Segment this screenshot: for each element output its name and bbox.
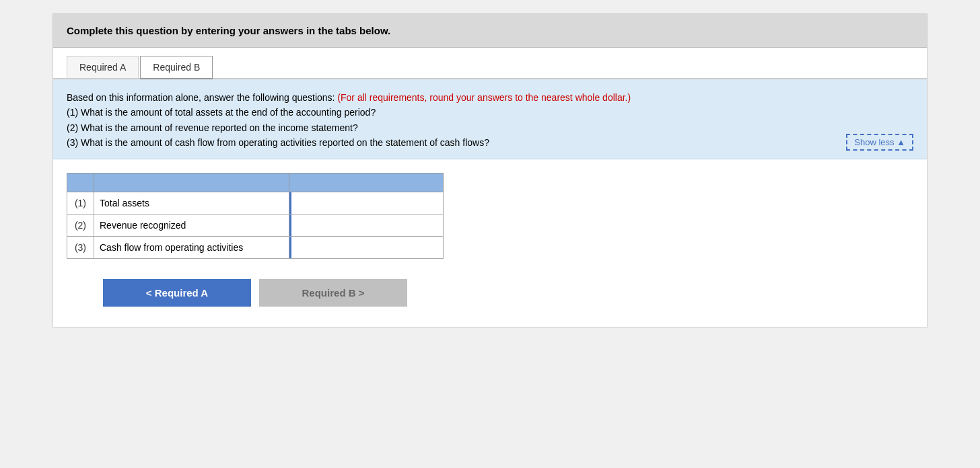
col-header-number: [67, 173, 94, 192]
row-input-cell-3: [289, 236, 444, 258]
row-input-cell-2: [289, 214, 444, 236]
row-number-3: (3): [67, 236, 94, 258]
tab-required-a[interactable]: Required A: [67, 56, 139, 78]
prev-required-a-button[interactable]: < Required A: [103, 279, 251, 307]
row-number-1: (1): [67, 192, 94, 214]
col-header-value: [289, 173, 444, 192]
header-instruction: Complete this question by entering your …: [67, 25, 390, 36]
show-less-button[interactable]: Show less ▲: [846, 134, 913, 151]
row-number-2: (2): [67, 214, 94, 236]
table-section: (1) Total assets (2) Revenue recognized …: [53, 159, 927, 272]
buttons-row: < Required A Required B >: [67, 272, 444, 327]
next-required-b-button[interactable]: Required B >: [259, 279, 407, 307]
row-label-1: Total assets: [94, 192, 289, 214]
row-label-2: Revenue recognized: [94, 214, 289, 236]
revenue-input[interactable]: [289, 214, 444, 236]
row-input-cell-1: [289, 192, 444, 214]
cash-flow-input[interactable]: [289, 237, 444, 258]
main-container: Complete this question by entering your …: [53, 13, 928, 327]
question-3: (3) What is the amount of cash flow from…: [67, 135, 913, 150]
question-note: (For all requirements, round your answer…: [337, 92, 631, 103]
table-row: (1) Total assets: [67, 192, 444, 214]
table-row: (3) Cash flow from operating activities: [67, 236, 444, 258]
question-1: (1) What is the amount of total assets a…: [67, 105, 913, 120]
tab-required-b[interactable]: Required B: [140, 56, 213, 79]
question-2: (2) What is the amount of revenue report…: [67, 120, 913, 135]
row-label-3: Cash flow from operating activities: [94, 236, 289, 258]
question-box: Based on this information alone, answer …: [53, 79, 927, 159]
header-bar: Complete this question by entering your …: [53, 14, 927, 48]
table-row: (2) Revenue recognized: [67, 214, 444, 236]
question-intro: Based on this information alone, answer …: [67, 90, 913, 105]
col-header-label: [94, 173, 289, 192]
tabs-row: Required A Required B: [53, 48, 927, 79]
total-assets-input[interactable]: [289, 192, 444, 214]
answer-table: (1) Total assets (2) Revenue recognized …: [67, 173, 444, 259]
